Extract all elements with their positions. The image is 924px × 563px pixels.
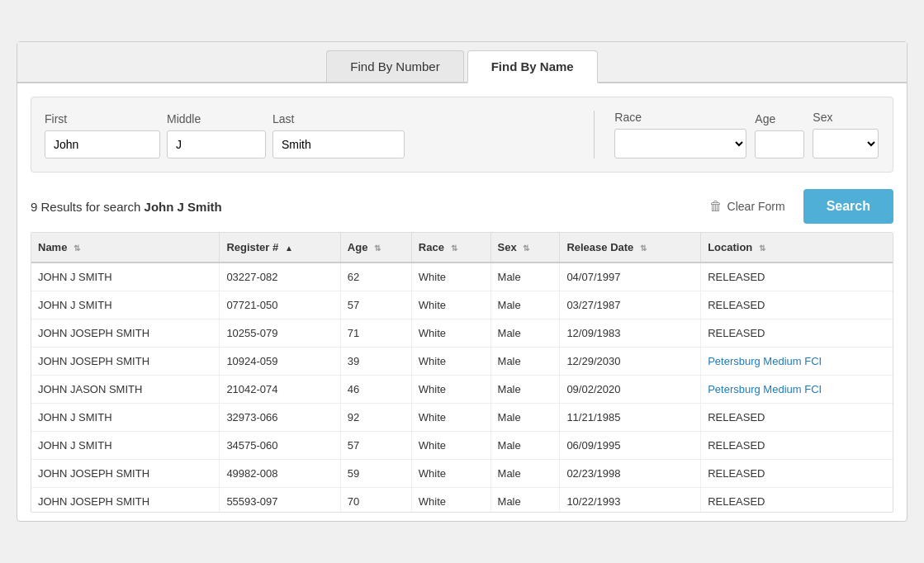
last-name-input[interactable] [272,130,405,158]
table-row[interactable]: JOHN J SMITH32973-06692WhiteMale11/21/19… [31,404,893,432]
table-row[interactable]: JOHN J SMITH07721-05057WhiteMale03/27/19… [31,291,893,319]
sort-icon-release-date: ⇅ [640,244,647,253]
table-cell: JOHN JOSEPH SMITH [31,319,220,348]
first-name-input[interactable] [45,130,160,158]
table-row[interactable]: JOHN JOSEPH SMITH49982-00859WhiteMale02/… [31,460,893,488]
table-cell: Male [490,291,560,319]
tab-bar: Find By Number Find By Name [17,42,907,83]
table-cell: White [411,376,490,404]
race-group: Race White Black Hispanic Asian Other [614,111,746,158]
table-cell: White [411,291,490,319]
table-cell: 57 [340,432,411,460]
table-body: JOHN J SMITH03227-08262WhiteMale04/07/19… [31,263,893,513]
table-header-row: Name ⇅ Register # ▲ Age ⇅ Race ⇅ [31,233,893,263]
table-cell: 03227-082 [220,263,340,291]
table-cell: White [411,263,490,291]
table-cell: Male [490,404,560,432]
table-cell: 10924-059 [220,348,340,376]
middle-name-input[interactable] [167,130,266,158]
location-link-cell[interactable]: Petersburg Medium FCI [701,348,893,376]
results-actions: 🗑 Clear Form Search [701,189,893,224]
table-cell: JOHN JASON SMITH [31,376,220,404]
table-cell: RELEASED [701,488,893,513]
table-cell: JOHN J SMITH [31,432,220,460]
col-register[interactable]: Register # ▲ [220,233,340,263]
table-row[interactable]: JOHN J SMITH03227-08262WhiteMale04/07/19… [31,263,893,291]
table-row[interactable]: JOHN JOSEPH SMITH10255-07971WhiteMale12/… [31,319,893,348]
results-table-wrapper[interactable]: Name ⇅ Register # ▲ Age ⇅ Race ⇅ [31,232,893,513]
name-fields: First Middle Last [45,112,574,158]
table-cell: White [411,348,490,376]
table-row[interactable]: JOHN JOSEPH SMITH10924-05939WhiteMale12/… [31,348,893,376]
sort-icon-location: ⇅ [759,244,765,253]
col-race[interactable]: Race ⇅ [411,233,490,263]
results-bar: 9 Results for search John J Smith 🗑 Clea… [17,186,907,232]
table-cell: White [411,432,490,460]
table-cell: 49982-008 [220,460,340,488]
table-cell: Male [490,263,560,291]
sort-icon-sex: ⇅ [523,244,529,253]
table-row[interactable]: JOHN JASON SMITH21042-07446WhiteMale09/0… [31,376,893,404]
trash-icon: 🗑 [709,199,723,214]
col-release-date[interactable]: Release Date ⇅ [560,233,701,263]
race-label: Race [614,111,746,124]
table-cell: White [411,404,490,432]
table-row[interactable]: JOHN J SMITH34575-06057WhiteMale06/09/19… [31,432,893,460]
clear-form-button[interactable]: 🗑 Clear Form [701,194,794,219]
tab-find-by-number[interactable]: Find By Number [326,50,463,82]
middle-name-label: Middle [167,112,266,125]
sex-group: Sex Male Female [813,111,879,158]
last-name-label: Last [272,112,405,125]
table-cell: White [411,319,490,348]
table-cell: 92 [340,404,411,432]
col-sex[interactable]: Sex ⇅ [490,233,560,263]
first-name-group: First [45,112,160,158]
table-cell: JOHN J SMITH [31,404,220,432]
table-cell: 70 [340,488,411,513]
table-cell: 10255-079 [220,319,340,348]
col-age[interactable]: Age ⇅ [340,233,411,263]
sex-label: Sex [813,111,879,124]
table-cell: 71 [340,319,411,348]
age-group: Age [755,112,804,158]
table-cell: 21042-074 [220,376,340,404]
middle-name-group: Middle [167,112,266,158]
table-cell: 32973-066 [220,404,340,432]
col-name[interactable]: Name ⇅ [31,233,220,263]
table-cell: 12/29/2030 [560,348,701,376]
table-cell: Male [490,432,560,460]
table-cell: 03/27/1987 [560,291,701,319]
table-cell: 12/09/1983 [560,319,701,348]
main-container: Find By Number Find By Name First Middle… [17,41,907,522]
table-cell: 10/22/1993 [560,488,701,513]
age-label: Age [755,112,804,125]
table-cell: White [411,460,490,488]
table-cell: RELEASED [701,291,893,319]
table-cell: 11/21/1985 [560,404,701,432]
location-link-cell[interactable]: Petersburg Medium FCI [701,376,893,404]
form-divider [594,111,595,158]
search-button[interactable]: Search [803,189,893,224]
table-cell: 46 [340,376,411,404]
table-cell: 59 [340,460,411,488]
tab-find-by-name[interactable]: Find By Name [467,50,598,83]
table-cell: 34575-060 [220,432,340,460]
first-name-label: First [45,112,160,125]
table-cell: Male [490,460,560,488]
table-cell: JOHN JOSEPH SMITH [31,348,220,376]
table-cell: Male [490,348,560,376]
table-row[interactable]: JOHN JOSEPH SMITH55593-09770WhiteMale10/… [31,488,893,513]
sex-select[interactable]: Male Female [813,129,879,158]
results-table: Name ⇅ Register # ▲ Age ⇅ Race ⇅ [31,233,893,513]
race-select[interactable]: White Black Hispanic Asian Other [614,129,746,158]
last-name-group: Last [272,112,405,158]
table-cell: White [411,488,490,513]
col-location[interactable]: Location ⇅ [701,233,893,263]
table-cell: JOHN JOSEPH SMITH [31,460,220,488]
sort-icon-race: ⇅ [451,244,457,253]
table-cell: JOHN J SMITH [31,263,220,291]
age-input[interactable] [755,130,804,158]
table-cell: 62 [340,263,411,291]
table-cell: RELEASED [701,404,893,432]
sort-icon-age: ⇅ [374,244,381,253]
